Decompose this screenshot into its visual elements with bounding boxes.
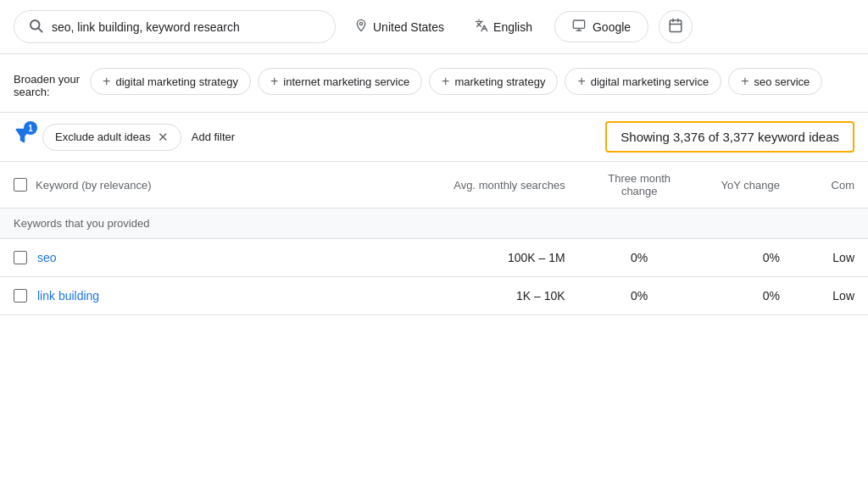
chip-label: marketing strategy [454, 75, 545, 88]
td-keyword-link-building: link building [0, 277, 392, 315]
td-keyword-seo: seo [0, 239, 392, 277]
engine-button[interactable]: Google [554, 11, 648, 42]
search-input[interactable] [52, 20, 321, 34]
chip-label: seo service [754, 75, 810, 88]
language-pill[interactable]: English [463, 12, 544, 42]
broaden-section: Broaden yoursearch: + digital marketing … [0, 54, 868, 113]
section-header-row: Keywords that you provided [0, 208, 868, 239]
td-comp-link-building: Low [793, 277, 868, 315]
exclude-close-icon[interactable]: ✕ [158, 130, 169, 145]
chip-label: digital marketing strategy [115, 75, 238, 88]
exclude-adult-label: Exclude adult ideas [55, 131, 151, 143]
svg-rect-4 [670, 20, 682, 32]
svg-line-1 [38, 28, 42, 31]
chip-digital-marketing-service[interactable]: + digital marketing service [565, 68, 721, 95]
td-three-seo: 0% [579, 239, 700, 277]
section-header-label: Keywords that you provided [14, 217, 149, 230]
th-keyword: Keyword (by relevance) [0, 162, 392, 208]
row-checkbox-link-building[interactable] [14, 289, 27, 303]
row-checkbox-seo[interactable] [14, 251, 27, 264]
select-all-checkbox[interactable] [14, 178, 27, 192]
td-yoy-link-building: 0% [700, 277, 793, 315]
broaden-chips: + digital marketing strategy + internet … [90, 68, 822, 95]
th-yoy-label: YoY change [721, 179, 779, 192]
search-box[interactable] [14, 10, 336, 43]
language-label: English [493, 20, 532, 34]
search-icon [28, 18, 43, 36]
td-avg-seo: 100K – 1M [392, 239, 578, 277]
th-three-label: Three month change [608, 172, 670, 197]
th-three-month: Three month change [579, 162, 700, 208]
td-comp-seo: Low [793, 239, 868, 277]
keyword-name-link-building: link building [37, 289, 99, 303]
plus-icon: + [577, 74, 585, 89]
chip-seo-service[interactable]: + seo service [728, 68, 822, 95]
chip-label: internet marketing service [283, 75, 409, 88]
showing-count-box: Showing 3,376 of 3,377 keyword ideas [605, 121, 854, 153]
broaden-label: Broaden yoursearch: [14, 68, 80, 98]
th-avg-monthly: Avg. monthly searches [392, 162, 578, 208]
plus-icon: + [741, 74, 748, 89]
exclude-adult-pill[interactable]: Exclude adult ideas ✕ [42, 124, 181, 151]
engine-label: Google [593, 20, 631, 34]
add-filter-button[interactable]: Add filter [192, 125, 235, 148]
calendar-icon [668, 18, 683, 36]
filter-badge: 1 [24, 121, 37, 135]
td-three-link-building: 0% [579, 277, 700, 315]
location-pill[interactable]: United States [342, 12, 456, 42]
engine-icon [572, 19, 586, 35]
top-bar: United States English Google [0, 0, 868, 54]
td-avg-link-building: 1K – 10K [392, 277, 578, 315]
table-header-row: Keyword (by relevance) Avg. monthly sear… [0, 162, 868, 208]
location-label: United States [373, 20, 444, 34]
plus-icon: + [103, 74, 110, 89]
filter-icon-wrapper[interactable]: 1 [14, 126, 32, 147]
svg-rect-3 [573, 20, 584, 28]
calendar-button[interactable] [659, 10, 693, 43]
svg-point-2 [359, 22, 362, 25]
showing-count-text: Showing 3,376 of 3,377 keyword ideas [620, 130, 839, 144]
chip-marketing-strategy[interactable]: + marketing strategy [429, 68, 558, 95]
th-yoy: YoY change [700, 162, 793, 208]
th-comp-label: Com [832, 179, 854, 192]
chip-label: digital marketing service [591, 75, 709, 88]
location-icon [354, 19, 368, 35]
filter-bar: 1 Exclude adult ideas ✕ Add filter Showi… [0, 113, 868, 162]
th-avg-label: Avg. monthly searches [453, 179, 565, 192]
keyword-table: Keyword (by relevance) Avg. monthly sear… [0, 162, 868, 315]
chip-internet-marketing-service[interactable]: + internet marketing service [258, 68, 422, 95]
th-keyword-label: Keyword (by relevance) [36, 179, 152, 192]
td-yoy-seo: 0% [700, 239, 793, 277]
th-competition: Com [793, 162, 868, 208]
table-row: link building 1K – 10K 0% 0% Low [0, 277, 868, 315]
keyword-name-seo: seo [37, 251, 57, 264]
plus-icon: + [270, 74, 278, 89]
language-icon [475, 19, 488, 35]
table-row: seo 100K – 1M 0% 0% Low [0, 239, 868, 277]
plus-icon: + [442, 74, 449, 89]
chip-digital-marketing-strategy[interactable]: + digital marketing strategy [90, 68, 251, 95]
